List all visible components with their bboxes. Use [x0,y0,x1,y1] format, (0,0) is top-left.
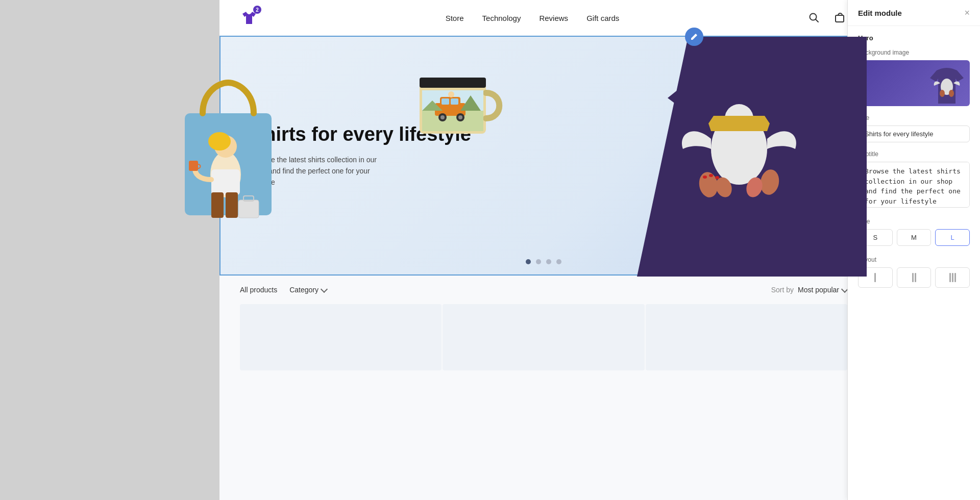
product-card-1[interactable] [240,304,442,370]
size-btn-l[interactable]: L [935,229,970,246]
svg-rect-1 [836,15,844,22]
nav-store[interactable]: Store [446,14,464,22]
svg-point-32 [703,176,707,179]
header: 2 Store Technology Reviews Gift cards [219,0,868,36]
svg-rect-7 [211,192,224,218]
panel-section-hero: Hero [858,34,970,42]
svg-rect-11 [189,161,198,171]
bg-image-preview[interactable] [858,60,970,106]
carousel-dot-4[interactable] [556,259,561,264]
header-actions [806,10,847,26]
svg-point-34 [715,176,719,179]
product-card-2[interactable] [443,304,644,370]
page-wrapper: 2 Store Technology Reviews Gift cards [0,0,980,500]
store-container: 2 Store Technology Reviews Gift cards [219,0,868,500]
search-button[interactable] [806,10,822,26]
category-dropdown[interactable]: Category [289,286,327,294]
hero-section: Shirts for every lifestyle Browse the la… [219,36,868,276]
size-buttons: S M L [858,229,970,246]
svg-rect-8 [226,192,238,218]
layout-btn-2[interactable] [897,267,932,288]
bg-image-label: Background image [858,49,970,56]
subtitle-field-label: Subtitle [858,151,970,158]
filter-bar: All products Category Sort by Most popul… [219,276,868,304]
sort-label: Sort by [771,286,794,294]
nav-gift-cards[interactable]: Gift cards [586,14,619,22]
svg-rect-6 [211,169,240,195]
cart-icon [834,12,845,23]
product-card-3[interactable] [646,304,847,370]
carousel-dot-1[interactable] [526,259,531,264]
svg-rect-19 [442,98,449,105]
svg-rect-13 [420,78,486,88]
panel-close-button[interactable]: × [964,8,970,17]
panel-body: Hero Background image Title Subtitle Bro… [848,26,980,296]
svg-point-5 [208,132,231,151]
size-field-label: Size [858,218,970,225]
subtitle-textarea[interactable]: Browse the latest shirts collection in o… [858,162,970,208]
title-input[interactable] [858,126,970,142]
cart-button[interactable] [832,10,847,26]
title-field-label: Title [858,114,970,121]
bg-preview-tshirt-icon [929,65,965,106]
logo-area: 2 [240,9,258,27]
svg-point-37 [949,90,954,97]
tshirt-illustration [611,37,867,277]
svg-point-22 [440,115,445,119]
svg-point-33 [709,174,713,177]
edit-panel: Edit module × Hero Background image Titl… [847,0,980,500]
carousel-dot-2[interactable] [536,259,541,264]
nav-technology[interactable]: Technology [482,14,521,22]
pencil-icon [690,33,698,41]
sort-by-group: Sort by Most popular [771,286,847,294]
svg-point-36 [940,90,945,97]
edit-hero-button[interactable] [685,28,703,46]
filter-all-products[interactable]: All products [240,286,277,294]
nav-reviews[interactable]: Reviews [539,14,568,22]
logo-icon[interactable]: 2 [240,9,258,27]
layout-buttons [858,267,970,288]
panel-header: Edit module × [848,0,980,26]
main-nav: Store Technology Reviews Gift cards [446,14,620,22]
tote-bag-illustration [175,67,282,233]
cart-badge: 2 [253,6,261,14]
mug-illustration [409,52,511,144]
svg-point-25 [448,91,454,97]
layout-field-label: Layout [858,256,970,263]
product-grid [219,304,868,370]
carousel-dots [526,259,561,264]
svg-rect-9 [238,200,259,218]
search-icon [808,12,820,23]
layout-btn-3[interactable] [935,267,970,288]
svg-rect-20 [451,98,458,105]
panel-title: Edit module [858,9,902,17]
sort-dropdown[interactable]: Most popular [798,286,847,294]
size-btn-m[interactable]: M [897,229,932,246]
svg-point-24 [458,115,462,119]
carousel-dot-3[interactable] [546,259,551,264]
